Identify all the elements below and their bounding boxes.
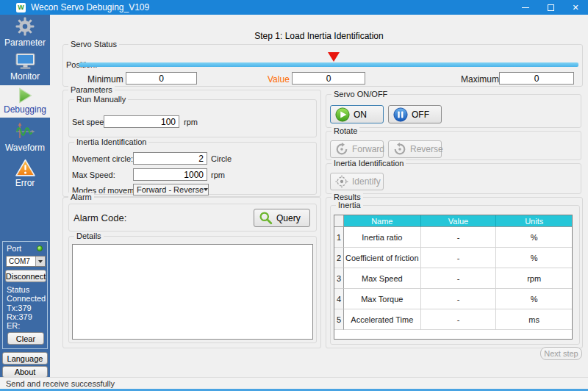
alarm-code-label: Alarm Code: bbox=[74, 212, 126, 223]
sidebar-item-label: Error bbox=[0, 178, 50, 188]
servo-off-button[interactable]: OFF bbox=[388, 105, 442, 123]
sidebar-item-label: Waveform bbox=[0, 143, 50, 153]
about-button[interactable]: About bbox=[2, 366, 48, 378]
minimum-label: Minimum bbox=[87, 74, 123, 85]
maximize-button[interactable] bbox=[538, 0, 563, 15]
column-header-units[interactable]: Units bbox=[496, 215, 572, 227]
maximize-icon bbox=[548, 4, 554, 11]
sidebar-item-parameter[interactable]: Parameter bbox=[0, 17, 50, 48]
forward-button[interactable]: Forward bbox=[330, 140, 384, 158]
movement-circle-label: Movement circle: bbox=[72, 154, 133, 163]
rotate-group: Rotate Forward bbox=[326, 131, 581, 160]
cell-name: Coefficient of friction bbox=[344, 248, 421, 268]
cell-units: rpm bbox=[496, 268, 572, 289]
port-select-dropdown-button[interactable] bbox=[35, 257, 45, 266]
run-manually-group: Run Manually Set speed: rpm bbox=[68, 99, 317, 137]
servo-onoff-group-label: Servo ON/OFF bbox=[331, 90, 390, 98]
title-bar: W Wecon Servo Debuging_V109 ✕ bbox=[0, 0, 588, 15]
forward-label: Forward bbox=[352, 144, 384, 154]
sidebar-item-monitor[interactable]: Monitor bbox=[0, 53, 50, 82]
reverse-label: Reverse bbox=[410, 144, 443, 154]
connection-led-icon bbox=[37, 245, 43, 251]
table-row[interactable]: 1 Inertia ratio - % bbox=[334, 227, 572, 248]
table-row[interactable]: 5 Accelerated Time - ms bbox=[334, 309, 572, 330]
er-counter: ER: bbox=[7, 321, 20, 330]
port-panel: Port COM7 Disconnect Status Connected Tx… bbox=[2, 241, 48, 349]
movement-circle-input[interactable] bbox=[133, 152, 207, 165]
next-step-button[interactable]: Next step bbox=[540, 347, 582, 360]
details-group-label: Details bbox=[74, 232, 104, 240]
modes-of-movement-value: Forward - Reverse bbox=[134, 185, 204, 194]
query-label: Query bbox=[276, 213, 301, 223]
inertia-results-group: Inertia Name Value Units 1 Inertia ratio… bbox=[330, 205, 580, 345]
maximum-label: Maximum bbox=[461, 74, 496, 85]
inertia-identification-action-label: Inertia Identification bbox=[331, 159, 406, 168]
max-speed-unit: rpm bbox=[211, 171, 225, 179]
play-circle-icon bbox=[335, 107, 350, 122]
servo-on-button[interactable]: ON bbox=[330, 105, 384, 123]
cell-name: Max Torque bbox=[344, 289, 421, 309]
cell-units: % bbox=[496, 248, 572, 268]
alarm-code-box: Alarm Code: Query bbox=[68, 204, 317, 232]
step-title: Step 1: Load Inertia Identification bbox=[50, 31, 588, 41]
cell-value: - bbox=[421, 309, 497, 330]
max-speed-label: Max Speed: bbox=[72, 171, 115, 179]
max-speed-input[interactable] bbox=[133, 168, 207, 181]
cell-name: Max Speed bbox=[344, 268, 421, 289]
value-input[interactable] bbox=[292, 72, 365, 85]
column-header-name[interactable]: Name bbox=[344, 215, 421, 227]
target-icon bbox=[335, 175, 348, 188]
cell-units: % bbox=[496, 289, 572, 309]
results-table-header: Name Value Units bbox=[334, 215, 572, 227]
sidebar-item-error[interactable]: Error bbox=[0, 159, 50, 188]
port-select-value: COM7 bbox=[7, 257, 35, 265]
row-number: 4 bbox=[334, 289, 344, 309]
tx-counter: Tx:379 bbox=[7, 304, 32, 312]
position-marker bbox=[328, 52, 340, 62]
column-header-value[interactable]: Value bbox=[421, 215, 497, 227]
maximum-input[interactable] bbox=[499, 72, 574, 85]
row-number: 3 bbox=[334, 268, 344, 289]
cell-value: - bbox=[421, 289, 497, 309]
status-value: Connected bbox=[7, 294, 46, 303]
sidebar-item-waveform[interactable]: Waveform bbox=[0, 122, 50, 153]
play-icon bbox=[0, 87, 50, 104]
row-number: 1 bbox=[334, 227, 344, 248]
row-number: 5 bbox=[334, 309, 344, 330]
disconnect-button[interactable]: Disconnect bbox=[5, 270, 46, 282]
waveform-icon bbox=[0, 122, 50, 141]
identify-label: Identify bbox=[352, 176, 381, 187]
window-controls: ✕ bbox=[513, 0, 588, 15]
minimize-button[interactable] bbox=[513, 0, 538, 15]
window-title: Wecon Servo Debuging_V109 bbox=[31, 2, 149, 12]
status-message: Send and receive successfully bbox=[6, 379, 115, 388]
parameters-group: Parameters Run Manually Set speed: rpm I… bbox=[62, 90, 321, 197]
set-speed-input[interactable] bbox=[104, 115, 179, 128]
minimum-input[interactable] bbox=[126, 72, 197, 85]
clear-button[interactable]: Clear bbox=[7, 332, 44, 345]
table-row[interactable]: 4 Max Torque - % bbox=[334, 289, 572, 309]
reverse-button[interactable]: Reverse bbox=[388, 140, 442, 158]
close-button[interactable]: ✕ bbox=[563, 0, 588, 15]
value-label: Value bbox=[268, 74, 290, 85]
table-row[interactable]: 3 Max Speed - rpm bbox=[334, 268, 572, 289]
cell-units: ms bbox=[496, 309, 572, 330]
details-textarea[interactable] bbox=[72, 244, 313, 340]
sidebar-item-debugging[interactable]: Debugging bbox=[0, 85, 50, 118]
modes-of-movement-select[interactable]: Forward - Reverse bbox=[133, 184, 209, 196]
rotate-reverse-icon bbox=[393, 143, 406, 156]
identify-button[interactable]: Identify bbox=[330, 173, 384, 190]
cell-value: - bbox=[421, 248, 497, 268]
position-track bbox=[79, 62, 578, 67]
table-row[interactable]: 2 Coefficient of friction - % bbox=[334, 248, 572, 268]
close-icon: ✕ bbox=[572, 4, 578, 12]
chevron-down-icon bbox=[38, 260, 43, 263]
alarm-group-label: Alarm bbox=[68, 193, 94, 201]
main-content: Step 1: Load Inertia Identification Serv… bbox=[50, 15, 588, 377]
minimize-icon bbox=[522, 7, 529, 8]
language-button[interactable]: Language bbox=[2, 352, 48, 365]
query-button[interactable]: Query bbox=[254, 209, 310, 227]
cell-value: - bbox=[421, 268, 497, 289]
gear-icon bbox=[0, 17, 50, 36]
port-select[interactable]: COM7 bbox=[6, 256, 46, 267]
